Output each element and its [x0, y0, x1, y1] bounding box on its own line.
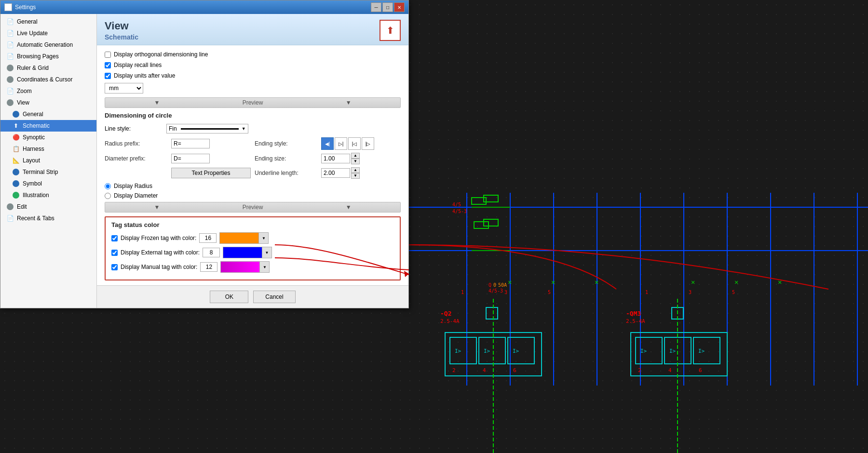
checkbox-units[interactable] — [105, 73, 111, 79]
sidebar-item-coordinates-cursor[interactable]: Coordinates & Cursor — [0, 74, 96, 85]
maximize-button[interactable]: □ — [382, 2, 393, 12]
external-tag-num[interactable] — [203, 248, 220, 257]
sidebar-item-recent-tabs[interactable]: 📄 Recent & Tabs — [0, 213, 96, 224]
illustration-icon — [12, 191, 20, 199]
sidebar-item-general[interactable]: 📄 General — [0, 16, 96, 27]
sidebar-item-view-schematic[interactable]: ⬆ Schematic — [0, 120, 96, 132]
line-preview — [181, 128, 239, 130]
schematic-svg: I> I> I> 2 4 6 -Q2 2.5-4A I> I> I> 2 4 6… — [409, 0, 868, 453]
ending-size-down[interactable]: ▼ — [351, 159, 360, 164]
underline-length-input[interactable] — [321, 168, 350, 178]
svg-text:2: 2 — [638, 367, 641, 373]
sidebar-item-view[interactable]: View — [0, 97, 96, 108]
sidebar-item-edit[interactable]: Edit — [0, 201, 96, 213]
checkbox-orthogonal-label: Display orthogonal dimensioning line — [114, 51, 208, 58]
preview-bar-top[interactable]: ▼ Preview ▼ — [105, 97, 401, 108]
frozen-tag-label: Display Frozen tag with color: — [121, 235, 196, 241]
svg-rect-30 — [636, 337, 662, 364]
ending-style-btn-1[interactable]: ◀| — [321, 137, 334, 150]
svg-text:✕: ✕ — [734, 278, 738, 286]
ending-style-btn-2[interactable]: ▷| — [335, 137, 347, 150]
svg-rect-15 — [484, 219, 498, 226]
radio-diameter-label: Display Diameter — [114, 192, 158, 199]
svg-text:0: 0 — [493, 282, 496, 288]
radius-prefix-input[interactable] — [171, 139, 210, 148]
sidebar-item-automatic-generation[interactable]: 📄 Automatic Generation — [0, 39, 96, 51]
svg-text:50A: 50A — [498, 282, 507, 288]
svg-text:2: 2 — [452, 367, 456, 373]
text-properties-button[interactable]: Text Properties — [171, 168, 251, 178]
close-button[interactable]: ✕ — [394, 2, 405, 12]
sidebar-item-view-harness[interactable]: 📋 Harness — [0, 143, 96, 155]
page-title: View — [105, 20, 138, 32]
svg-rect-32 — [693, 337, 720, 364]
manual-tag-num[interactable] — [200, 262, 217, 272]
preview-bar-bottom[interactable]: ▼ Preview ▼ — [105, 202, 401, 213]
manual-color-swatch-select[interactable]: ▼ — [220, 261, 270, 273]
form-grid: Radius prefix: Ending style: ◀| ▷| |◁ |▷… — [105, 137, 401, 179]
svg-text:4: 4 — [668, 367, 672, 373]
dimensioning-section-title: Dimensioning of circle — [105, 112, 401, 119]
radio-diameter-row: Display Diameter — [105, 192, 401, 199]
underline-length-down[interactable]: ▼ — [351, 173, 360, 179]
svg-text:I>: I> — [698, 348, 705, 354]
checkbox-external-tag[interactable] — [111, 250, 118, 256]
checkbox-frozen-tag[interactable] — [111, 235, 118, 241]
upload-button[interactable]: ⬆ — [380, 20, 401, 41]
ending-size-input[interactable] — [321, 154, 350, 163]
line-style-select[interactable]: Fin ▼ — [166, 124, 248, 133]
tag-status-section: Tag status color Display Frozen tag with… — [105, 216, 401, 280]
sidebar-item-view-synoptic[interactable]: 🔴 Synoptic — [0, 132, 96, 143]
frozen-tag-num[interactable] — [199, 233, 217, 243]
external-color-dropdown-btn[interactable]: ▼ — [262, 247, 271, 258]
page-icon: 📄 — [6, 18, 14, 26]
terminal-icon — [12, 168, 20, 176]
view-header: View Schematic ⬆ — [97, 14, 408, 45]
frozen-color-dropdown-btn[interactable]: ▼ — [258, 233, 268, 243]
chevron-left-icon-2: ▼ — [109, 204, 205, 211]
sidebar-item-zoom[interactable]: 📄 Zoom — [0, 85, 96, 97]
title-bar-left: ⚙ Settings — [4, 3, 36, 11]
harness-icon: 📋 — [12, 145, 20, 153]
frozen-tag-row: Display Frozen tag with color: ▼ — [111, 232, 394, 244]
checkbox-recall[interactable] — [105, 62, 111, 68]
external-tag-label: Display External tag with color: — [121, 249, 200, 256]
checkbox-orthogonal-row: Display orthogonal dimensioning line — [105, 51, 401, 58]
checkbox-orthogonal[interactable] — [105, 52, 111, 58]
recent-icon: 📄 — [6, 214, 14, 222]
sidebar-item-view-symbol[interactable]: Symbol — [0, 178, 96, 189]
sidebar-item-live-update[interactable]: 📄 Live Update — [0, 27, 96, 39]
radio-display-radius[interactable] — [105, 183, 111, 189]
diameter-prefix-input[interactable] — [171, 154, 210, 163]
chevron-left-icon: ▼ — [109, 99, 205, 106]
content-area[interactable]: Display orthogonal dimensioning line Dis… — [97, 45, 408, 285]
ending-style-btn-4[interactable]: |▷ — [362, 137, 374, 150]
svg-text:4/5-3: 4/5-3 — [452, 209, 467, 214]
checkbox-manual-tag[interactable] — [111, 264, 118, 270]
frozen-color-swatch-select[interactable]: ▼ — [219, 232, 269, 244]
ok-button[interactable]: OK — [210, 291, 248, 303]
cancel-button[interactable]: Cancel — [253, 291, 295, 303]
circle-icon — [6, 76, 14, 83]
minimize-button[interactable]: ─ — [371, 2, 381, 12]
svg-text:Q: Q — [488, 282, 491, 288]
radius-prefix-label: Radius prefix: — [105, 140, 167, 147]
sidebar-item-view-illustration[interactable]: Illustration — [0, 189, 96, 201]
svg-text:4/5: 4/5 — [452, 202, 461, 207]
radio-display-diameter[interactable] — [105, 193, 111, 199]
sidebar-item-view-general[interactable]: General — [0, 108, 96, 120]
sidebar-item-view-layout[interactable]: 📐 Layout — [0, 155, 96, 166]
sidebar-item-browsing-pages[interactable]: 📄 Browsing Pages — [0, 51, 96, 62]
manual-color-dropdown-btn[interactable]: ▼ — [259, 262, 269, 272]
tag-status-title: Tag status color — [111, 221, 394, 228]
sidebar-item-view-terminal-strip[interactable]: Terminal Strip — [0, 166, 96, 178]
external-color-swatch-select[interactable]: ▼ — [223, 247, 272, 258]
svg-rect-19 — [508, 337, 534, 364]
ending-size-up[interactable]: ▲ — [351, 153, 360, 159]
svg-text:4/5-3: 4/5-3 — [488, 288, 503, 293]
underline-length-up[interactable]: ▲ — [351, 167, 360, 173]
sidebar-item-ruler-grid[interactable]: Ruler & Grid — [0, 62, 96, 74]
checkbox-recall-row: Display recall lines — [105, 62, 401, 68]
unit-select[interactable]: mm cm m in — [105, 83, 143, 93]
ending-style-btn-3[interactable]: |◁ — [348, 137, 361, 150]
